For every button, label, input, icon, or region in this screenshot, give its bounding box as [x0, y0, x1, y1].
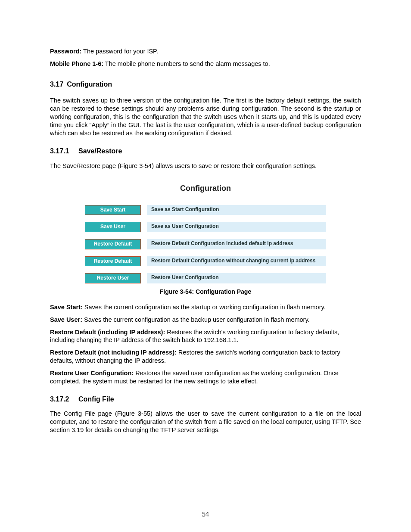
- heading-number: 3.17.1: [50, 147, 78, 156]
- restdef1-label: Restore Default (including IP address):: [50, 329, 165, 336]
- heading-number: 3.17: [50, 80, 63, 89]
- restdef2-definition: Restore Default (not including IP addres…: [50, 348, 361, 365]
- restore-default-ip-button[interactable]: Restore Default: [85, 239, 141, 249]
- password-text: The password for your ISP.: [81, 48, 158, 55]
- restuser-definition: Restore User Configuration: Restores the…: [50, 369, 361, 386]
- savestart-label: Save Start:: [50, 304, 83, 311]
- configuration-screenshot: Configuration Save Start Save as Start C…: [85, 177, 326, 283]
- restdef2-label: Restore Default (not including IP addres…: [50, 349, 177, 356]
- screenshot-title: Configuration: [85, 177, 326, 205]
- save-user-button[interactable]: Save User: [85, 222, 141, 232]
- config-row: Restore Default Restore Default Configur…: [85, 239, 326, 249]
- password-label: Password:: [50, 48, 81, 55]
- mobile-definition: Mobile Phone 1-6: The mobile phone numbe…: [50, 60, 361, 68]
- restore-user-button[interactable]: Restore User: [85, 273, 141, 283]
- heading-number: 3.17.2: [50, 395, 78, 404]
- restuser-label: Restore User Configuration:: [50, 370, 134, 376]
- restore-default-noip-desc: Restore Default Configuration without ch…: [147, 256, 326, 267]
- page-number: 54: [0, 510, 411, 519]
- config-row: Restore User Restore User Configuration: [85, 273, 326, 283]
- save-restore-body: The Save/Restore page (Figure 3-54) allo…: [50, 162, 361, 170]
- heading-save-restore: 3.17.1Save/Restore: [50, 147, 361, 156]
- restore-default-noip-button[interactable]: Restore Default: [85, 256, 141, 267]
- heading-configuration: 3.17Configuration: [50, 80, 361, 89]
- saveuser-text: Saves the current configuration as the b…: [82, 316, 310, 323]
- page: Password: The password for your ISP. Mob…: [0, 0, 411, 532]
- config-row: Save Start Save as Start Configuration: [85, 205, 326, 215]
- saveuser-label: Save User:: [50, 316, 82, 323]
- save-start-button[interactable]: Save Start: [85, 205, 141, 215]
- config-file-body: The Config File page (Figure 3-55) allow…: [50, 410, 361, 434]
- heading-config-file: 3.17.2Config File: [50, 395, 361, 404]
- heading-title: Config File: [78, 395, 114, 403]
- heading-title: Configuration: [67, 81, 112, 88]
- mobile-label: Mobile Phone 1-6:: [50, 60, 103, 67]
- savestart-text: Saves the current configuration as the s…: [83, 304, 326, 311]
- saveuser-definition: Save User: Saves the current configurati…: [50, 316, 361, 324]
- config-row: Save User Save as User Configuration: [85, 222, 326, 232]
- save-user-desc: Save as User Configuration: [147, 222, 326, 232]
- figure-caption: Figure 3-54: Configuration Page: [50, 288, 361, 296]
- password-definition: Password: The password for your ISP.: [50, 47, 361, 56]
- config-row: Restore Default Restore Default Configur…: [85, 256, 326, 267]
- configuration-body: The switch saves up to three version of …: [50, 96, 361, 137]
- restore-default-ip-desc: Restore Default Configuration included d…: [147, 239, 326, 249]
- restore-user-desc: Restore User Configuration: [147, 273, 326, 283]
- save-start-desc: Save as Start Configuration: [147, 205, 326, 215]
- mobile-text: The mobile phone numbers to send the ala…: [103, 60, 270, 67]
- heading-title: Save/Restore: [78, 147, 122, 155]
- restdef1-definition: Restore Default (including IP address): …: [50, 328, 361, 345]
- savestart-definition: Save Start: Saves the current configurat…: [50, 303, 361, 311]
